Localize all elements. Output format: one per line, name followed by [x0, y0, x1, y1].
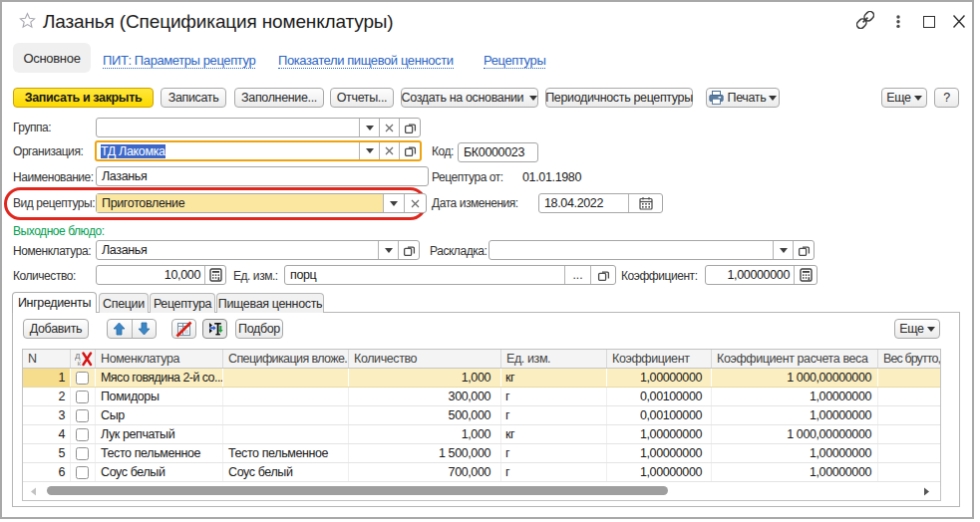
- svg-text:к: к: [78, 359, 82, 367]
